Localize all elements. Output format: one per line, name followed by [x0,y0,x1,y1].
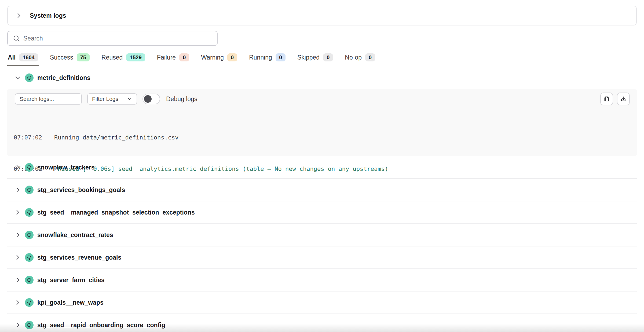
tab-noop[interactable]: No-op 0 [344,52,376,66]
log-line: 07:07:02 Running data/metric_definitions… [14,132,637,143]
log-timestamp: 07:07:02 [14,132,42,143]
log-actions [600,93,630,105]
list-item-snowflake-contract-rates[interactable]: snowflake_contract_rates [7,224,637,246]
reused-status-icon [25,321,34,329]
tab-count-badge: 1529 [126,53,145,61]
chevron-down-icon [14,74,21,81]
log-message: Running data/metric_definitions.csv [54,132,179,143]
tab-failure[interactable]: Failure 0 [156,52,190,66]
list-item-stg-services-revenue-goals[interactable]: stg_services_revenue_goals [7,246,637,269]
filter-logs-select[interactable]: Filter Logs [87,93,137,105]
item-label: kpi_goals__new_waps [37,299,104,306]
expanded-item-header-metric-definitions[interactable]: metric_definitions [7,66,637,89]
log-toolbar: Filter Logs Debug logs [7,89,637,105]
list-item-stg-seed-managed-snapshot-selection-exceptions[interactable]: stg_seed__managed_snapshot_selection_exc… [7,201,637,224]
list-item-kpi-goals-new-waps[interactable]: kpi_goals__new_waps [7,292,637,314]
item-label: snowflake_contract_rates [37,231,113,239]
tab-label: Failure [157,54,176,61]
reused-status-icon [25,298,34,307]
item-label: stg_services_revenue_goals [37,254,121,261]
reused-status-icon [25,231,34,239]
filter-logs-label: Filter Logs [92,96,118,102]
tab-count-badge: 0 [276,53,286,61]
chevron-right-icon [14,276,21,283]
tab-running[interactable]: Running 0 [248,52,286,66]
chevron-right-icon [14,322,21,329]
chevron-right-icon [14,209,21,216]
tab-count-badge: 75 [77,53,90,61]
debug-logs-toggle[interactable] [142,94,160,104]
log-message: Reused [ 0.06s] seed analytics.metric_de… [54,164,388,174]
tab-label: Reused [101,54,123,61]
list-item-stg-seed-rapid-onboarding-score-config[interactable]: stg_seed__rapid_onboarding_score_config [7,314,637,332]
expanded-item-label: metric_definitions [37,74,90,82]
status-tabs: All 1604 Success 75 Reused 1529 Failure … [7,52,637,66]
reused-status-icon [25,73,34,82]
chevron-right-icon [14,186,21,193]
tab-label: All [8,54,16,61]
tab-count-badge: 0 [227,53,237,61]
tab-success[interactable]: Success 75 [49,52,90,66]
log-panel: Filter Logs Debug logs 07:07:02 Running … [7,89,637,156]
reused-status-icon [25,276,34,284]
tab-label: Running [249,54,272,61]
item-label: stg_server_farm_cities [37,276,105,284]
item-label: snowplow_trackers [37,164,94,171]
reused-status-icon [25,253,34,262]
reused-status-icon [25,208,34,217]
reused-status-icon [25,163,34,172]
tab-label: Warning [201,54,224,61]
chevron-right-icon [14,299,21,306]
search-bar [7,31,218,46]
list-item-stg-services-bookings-goals[interactable]: stg_services_bookings_goals [7,179,637,201]
toggle-knob [144,95,152,103]
tab-label: No-op [345,54,362,61]
collapsed-items-list: snowplow_trackers stg_services_bookings_… [7,156,637,332]
copy-logs-button[interactable] [600,93,613,105]
chevron-right-icon [14,164,21,171]
tab-count-badge: 1604 [19,53,38,61]
chevron-down-icon [127,96,132,102]
tab-all[interactable]: All 1604 [7,52,39,66]
system-logs-page: System logs All 1604 Success 75 Reused 1… [0,0,644,332]
system-logs-title: System logs [30,12,66,19]
search-input[interactable] [23,31,217,45]
item-label: stg_seed__managed_snapshot_selection_exc… [37,209,195,216]
download-logs-button[interactable] [617,93,630,105]
reused-status-icon [25,186,34,194]
tab-count-badge: 0 [179,53,189,61]
list-item-stg-server-farm-cities[interactable]: stg_server_farm_cities [7,269,637,292]
copy-icon [603,96,610,102]
tab-skipped[interactable]: Skipped 0 [297,52,334,66]
download-icon [620,96,627,102]
tab-warning[interactable]: Warning 0 [200,52,238,66]
chevron-right-icon [14,231,21,238]
debug-logs-label: Debug logs [166,95,197,103]
chevron-right-icon [14,254,21,261]
item-label: stg_seed__rapid_onboarding_score_config [37,322,165,329]
tab-label: Skipped [297,54,320,61]
tab-count-badge: 0 [323,53,333,61]
search-icon [13,35,20,42]
chevron-right-icon [15,12,22,19]
tab-count-badge: 0 [365,53,375,61]
item-label: stg_services_bookings_goals [37,186,125,194]
system-logs-header[interactable]: System logs [7,6,637,25]
tab-label: Success [50,54,73,61]
tab-reused[interactable]: Reused 1529 [101,52,146,66]
log-search-input[interactable] [15,93,82,105]
